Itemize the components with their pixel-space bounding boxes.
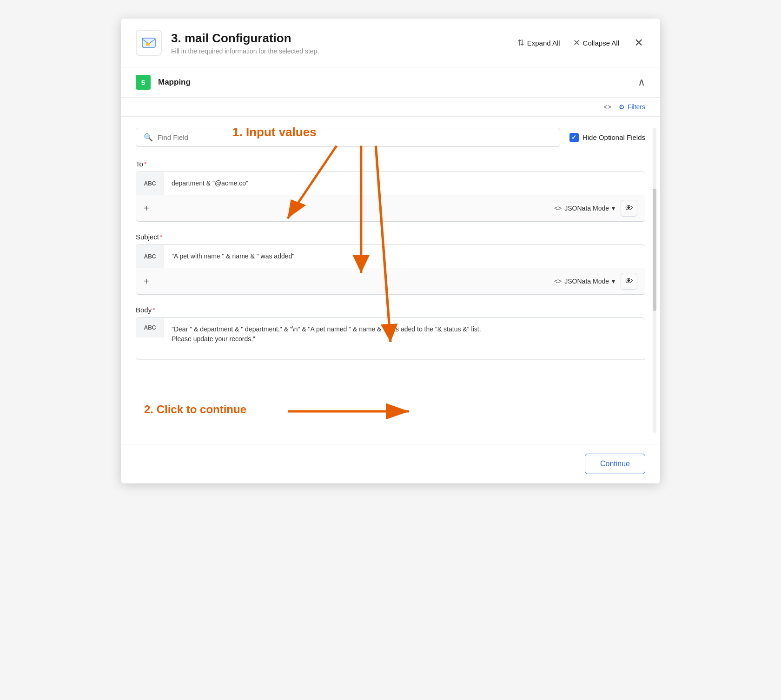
- expand-all-button[interactable]: ⇅ Expand All: [517, 38, 560, 48]
- field-label-body: Body*: [136, 306, 645, 314]
- scrollbar-thumb: [653, 189, 656, 310]
- to-required-star: *: [144, 160, 146, 168]
- scrollbar[interactable]: [653, 128, 656, 433]
- subject-actions-right: <> JSONata Mode ▾ 👁: [554, 273, 637, 290]
- subject-eye-icon: 👁: [625, 277, 633, 286]
- filters-icon: ⚙: [619, 103, 625, 111]
- to-jsonata-chevron: ▾: [612, 205, 615, 212]
- to-jsonata-button[interactable]: <> JSONata Mode ▾: [554, 205, 615, 212]
- modal-footer: Continue: [121, 444, 660, 483]
- svg-rect-0: [142, 38, 155, 47]
- field-label-subject: Subject*: [136, 233, 645, 241]
- subject-add-button[interactable]: +: [144, 277, 149, 286]
- subject-value-text: "A pet with name " & name & " was added": [164, 245, 645, 268]
- search-box: 🔍: [136, 128, 560, 147]
- expand-icon: ⇅: [517, 38, 524, 48]
- mail-icon-container: [136, 30, 162, 56]
- svg-rect-1: [146, 43, 150, 46]
- to-preview-button[interactable]: 👁: [621, 200, 637, 217]
- modal-container: 3. mail Configuration Fill in the requir…: [121, 19, 660, 483]
- body-value-text: "Dear " & department & " department," & …: [164, 318, 645, 350]
- field-group-body: Body* ABC "Dear " & department & " depar…: [136, 306, 645, 360]
- code-icon: <>: [604, 103, 611, 111]
- section-title: Mapping: [158, 78, 638, 87]
- to-actions-row: + <> JSONata Mode ▾ 👁: [136, 195, 645, 221]
- search-icon: 🔍: [144, 133, 153, 142]
- body-abc-badge: ABC: [136, 318, 164, 337]
- subject-preview-button[interactable]: 👁: [621, 273, 637, 290]
- subject-jsonata-label: JSONata Mode: [564, 277, 609, 285]
- body-required-star: *: [152, 306, 155, 314]
- to-jsonata-label: JSONata Mode: [564, 205, 609, 212]
- collapse-all-button[interactable]: ✕ Collapse All: [573, 38, 619, 48]
- step-badge: 5: [136, 75, 151, 90]
- continue-button[interactable]: Continue: [585, 454, 645, 474]
- field-group-subject: Subject* ABC "A pet with name " & name &…: [136, 233, 645, 295]
- body-label-text: Body: [136, 306, 152, 314]
- subject-jsonata-button[interactable]: <> JSONata Mode ▾: [554, 277, 615, 285]
- section-header: 5 Mapping ∧: [121, 67, 660, 98]
- subject-field-card: ABC "A pet with name " & name & " was ad…: [136, 244, 645, 295]
- annotation-continue-arrow-svg: [288, 397, 418, 425]
- search-row: 🔍 Hide Optional Fields: [136, 128, 645, 147]
- body-value-line1: "Dear " & department & " department," & …: [172, 324, 637, 334]
- header-actions: ⇅ Expand All ✕ Collapse All ✕: [517, 37, 645, 48]
- hide-optional-container: Hide Optional Fields: [569, 133, 645, 142]
- hide-optional-label: Hide Optional Fields: [582, 133, 645, 141]
- header-text: 3. mail Configuration Fill in the requir…: [171, 31, 517, 55]
- expand-all-label: Expand All: [527, 39, 560, 47]
- subject-required-star: *: [160, 233, 162, 241]
- mail-icon: [141, 35, 156, 50]
- field-group-to: To* ABC department & "@acme.co" + <> JSO…: [136, 160, 645, 222]
- to-value-text: department & "@acme.co": [164, 172, 645, 195]
- subject-actions-row: + <> JSONata Mode ▾ 👁: [136, 268, 645, 294]
- toolbar: <> ⚙ Filters: [121, 98, 660, 117]
- to-label-text: To: [136, 160, 143, 168]
- hide-optional-checkbox[interactable]: [569, 133, 579, 142]
- body-value-row: ABC "Dear " & department & " department,…: [136, 318, 645, 360]
- filters-button[interactable]: ⚙ Filters: [619, 103, 645, 111]
- subject-jsonata-chevron: ▾: [612, 277, 615, 285]
- body-field-card: ABC "Dear " & department & " department,…: [136, 317, 645, 360]
- code-view-button[interactable]: <>: [604, 103, 611, 111]
- eye-icon: 👁: [625, 204, 633, 213]
- header-subtitle: Fill in the required information for the…: [171, 47, 517, 55]
- modal-header: 3. mail Configuration Fill in the requir…: [121, 19, 660, 67]
- to-value-row: ABC department & "@acme.co": [136, 172, 645, 195]
- subject-label-text: Subject: [136, 233, 159, 241]
- to-actions-right: <> JSONata Mode ▾ 👁: [554, 200, 637, 217]
- annotation-click-to-continue: 2. Click to continue: [144, 403, 246, 416]
- body-value-line2: Please update your records.": [172, 334, 637, 344]
- close-button[interactable]: ✕: [632, 37, 645, 48]
- search-input[interactable]: [158, 133, 552, 141]
- to-add-button[interactable]: +: [144, 204, 149, 213]
- filters-label: Filters: [628, 103, 645, 111]
- collapse-all-label: Collapse All: [583, 39, 619, 47]
- subject-value-row: ABC "A pet with name " & name & " was ad…: [136, 245, 645, 268]
- to-abc-badge: ABC: [136, 172, 164, 195]
- modal-body: 🔍 Hide Optional Fields To* ABC departmen…: [121, 117, 660, 444]
- jsonata-code-icon: <>: [554, 205, 562, 212]
- field-label-to: To*: [136, 160, 645, 168]
- collapse-icon: ✕: [573, 38, 580, 48]
- header-title: 3. mail Configuration: [171, 31, 517, 46]
- to-field-card: ABC department & "@acme.co" + <> JSONata…: [136, 172, 645, 222]
- subject-jsonata-code-icon: <>: [554, 277, 562, 285]
- subject-abc-badge: ABC: [136, 245, 164, 268]
- section-collapse-button[interactable]: ∧: [638, 76, 645, 88]
